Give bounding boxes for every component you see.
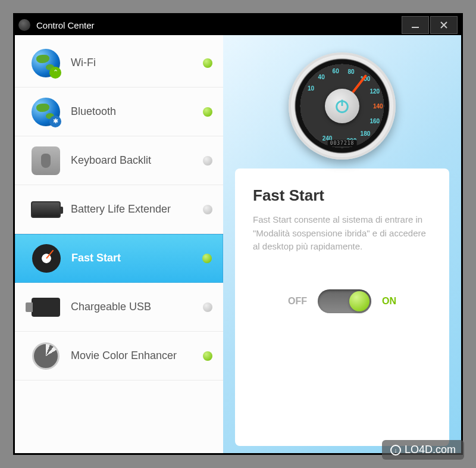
battery-icon [30,194,61,225]
svg-rect-0 [412,27,419,28]
status-indicator [203,156,212,166]
sidebar-item-label: Movie Color Enhancer [71,350,203,363]
sidebar-item-chargeable-usb[interactable]: Chargeable USB [15,283,223,332]
status-indicator [202,254,212,263]
minimize-button[interactable] [402,16,429,34]
watermark: ↓ LO4D.com [382,440,464,460]
toggle-row: OFF ON [253,289,431,313]
titlebar: Control Center [15,15,461,35]
sidebar-item-wifi[interactable]: ⌃ Wi-Fi [15,39,223,88]
watermark-text: LO4D.com [405,444,456,456]
sidebar-item-fast-start[interactable]: Fast Start [15,234,223,283]
toggle-on-label: ON [382,296,396,307]
status-indicator [203,58,212,68]
sidebar-item-label: Fast Start [71,252,202,265]
sidebar-item-bluetooth[interactable]: ✱ Bluetooth [15,88,223,136]
sidebar-item-label: Wi-Fi [71,57,203,70]
power-button[interactable] [325,89,359,123]
app-icon [18,19,30,31]
power-icon [334,98,350,114]
detail-description: Fast Start consente al sistema di entrar… [253,213,431,254]
app-window: Control Center ⌃ Wi-Fi ✱ Bluetooth [13,13,463,455]
gauge-container: 10 40 60 80 100 120 140 160 180 200 240 [289,43,396,169]
sidebar-item-label: Keyboard Backlit [71,154,203,167]
sidebar-item-movie-color-enhancer[interactable]: Movie Color Enhancer [15,332,223,380]
movie-reel-icon [30,341,61,372]
detail-card: Fast Start Fast Start consente al sistem… [235,169,449,446]
sidebar-item-label: Chargeable USB [71,301,203,314]
speedometer-icon [31,243,62,274]
sidebar-item-keyboard-backlit[interactable]: Keyboard Backlit [15,136,223,185]
keyboard-backlit-icon [30,145,61,176]
sidebar-item-battery-life-extender[interactable]: Battery Life Extender [15,185,223,234]
usb-icon [30,292,61,323]
window-title: Control Center [36,20,400,30]
gauge-odometer: 0037218 [328,140,357,146]
toggle-switch[interactable] [318,289,371,313]
close-icon [440,21,448,29]
minimize-icon [411,21,419,29]
status-indicator [203,351,212,361]
detail-title: Fast Start [253,186,431,205]
sidebar-item-label: Bluetooth [71,105,203,118]
status-indicator [203,302,212,312]
content-area: ⌃ Wi-Fi ✱ Bluetooth Keyboard Backlit [15,35,461,453]
toggle-knob [349,291,369,311]
globe-bluetooth-icon: ✱ [30,96,61,127]
close-button[interactable] [430,16,458,34]
status-indicator [203,205,212,214]
detail-panel: 10 40 60 80 100 120 140 160 180 200 240 [223,35,461,453]
download-icon: ↓ [390,445,401,455]
toggle-off-label: OFF [288,296,307,307]
status-indicator [203,107,212,117]
sidebar: ⌃ Wi-Fi ✱ Bluetooth Keyboard Backlit [15,35,223,453]
globe-wifi-icon: ⌃ [30,48,61,79]
sidebar-item-label: Battery Life Extender [71,203,203,216]
speedometer-gauge: 10 40 60 80 100 120 140 160 180 200 240 [289,52,396,160]
